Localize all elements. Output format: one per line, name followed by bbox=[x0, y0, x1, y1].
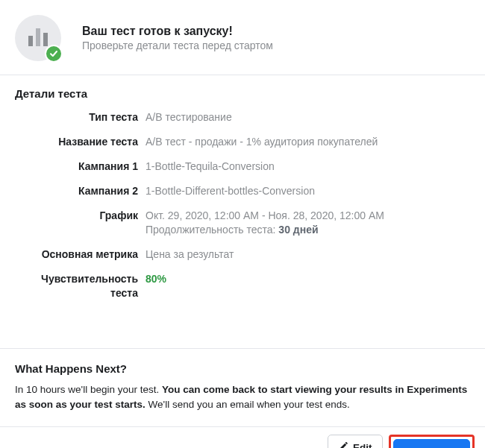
test-icon-container bbox=[15, 15, 61, 61]
schedule-range: Окт. 29, 2020, 12:00 AM - Ноя. 28, 2020,… bbox=[146, 209, 470, 223]
row-sensitivity: Чувствительность теста 80% bbox=[15, 272, 470, 300]
label-test-name: Название теста bbox=[15, 135, 146, 149]
label-metric: Основная метрика bbox=[15, 247, 146, 262]
label-test-type: Тип теста bbox=[15, 110, 146, 124]
row-test-type: Тип теста A/B тестирование bbox=[15, 110, 470, 124]
test-review-panel: Ваш тест готов к запуску! Проверьте дета… bbox=[0, 0, 485, 448]
value-campaign-2: 1-Bottle-Different-bottles-Conversion bbox=[146, 184, 470, 198]
schedule-duration-prefix: Продолжительность теста: bbox=[146, 224, 278, 236]
row-metric: Основная метрика Цена за результат bbox=[15, 247, 470, 262]
value-test-name: A/B тест - продажи - 1% аудитория покупа… bbox=[146, 135, 470, 149]
section-title: Детали теста bbox=[15, 87, 470, 100]
svg-rect-0 bbox=[28, 36, 33, 46]
label-sensitivity: Чувствительность теста bbox=[15, 272, 146, 300]
bar-chart-icon bbox=[28, 28, 48, 48]
edit-button-label: Edit bbox=[353, 442, 372, 448]
edit-button[interactable]: Edit bbox=[328, 435, 384, 448]
next-title: What Happens Next? bbox=[15, 362, 470, 375]
next-body-suffix: We'll send you an email when your test e… bbox=[146, 399, 350, 410]
label-campaign-1: Кампания 1 bbox=[15, 160, 146, 174]
test-details-section: Детали теста Тип теста A/B тестирование … bbox=[0, 75, 485, 318]
label-campaign-2: Кампания 2 bbox=[15, 184, 146, 198]
value-sensitivity: 80% bbox=[146, 272, 470, 300]
svg-rect-2 bbox=[43, 33, 48, 46]
what-happens-next-section: What Happens Next? In 10 hours we'll beg… bbox=[0, 348, 485, 426]
value-schedule: Окт. 29, 2020, 12:00 AM - Ноя. 28, 2020,… bbox=[146, 209, 470, 238]
panel-header: Ваш тест готов к запуску! Проверьте дета… bbox=[0, 0, 485, 75]
svg-rect-1 bbox=[36, 28, 40, 46]
value-campaign-1: 1-Bottle-Tequila-Conversion bbox=[146, 160, 470, 174]
row-schedule: График Окт. 29, 2020, 12:00 AM - Ноя. 28… bbox=[15, 209, 470, 238]
next-body-prefix: In 10 hours we'll begin your test. bbox=[15, 384, 162, 395]
footer-actions: Edit Create Test bbox=[0, 426, 485, 448]
header-text: Ваш тест готов к запуску! Проверьте дета… bbox=[82, 25, 273, 51]
schedule-duration: Продолжительность теста: 30 дней bbox=[146, 223, 470, 237]
header-subtitle: Проверьте детали теста перед стартом bbox=[82, 40, 273, 51]
row-campaign-2: Кампания 2 1-Bottle-Different-bottles-Co… bbox=[15, 184, 470, 198]
create-test-highlight: Create Test bbox=[389, 435, 475, 448]
header-title: Ваш тест готов к запуску! bbox=[82, 25, 273, 38]
schedule-duration-value: 30 дней bbox=[278, 224, 318, 236]
value-test-type: A/B тестирование bbox=[146, 110, 470, 124]
next-body: In 10 hours we'll begin your test. You c… bbox=[15, 382, 470, 411]
label-schedule: График bbox=[15, 209, 146, 238]
row-campaign-1: Кампания 1 1-Bottle-Tequila-Conversion bbox=[15, 160, 470, 174]
value-metric: Цена за результат bbox=[146, 247, 470, 262]
check-icon bbox=[45, 45, 63, 63]
create-test-button[interactable]: Create Test bbox=[393, 439, 470, 448]
row-test-name: Название теста A/B тест - продажи - 1% а… bbox=[15, 135, 470, 149]
pencil-icon bbox=[339, 441, 348, 448]
